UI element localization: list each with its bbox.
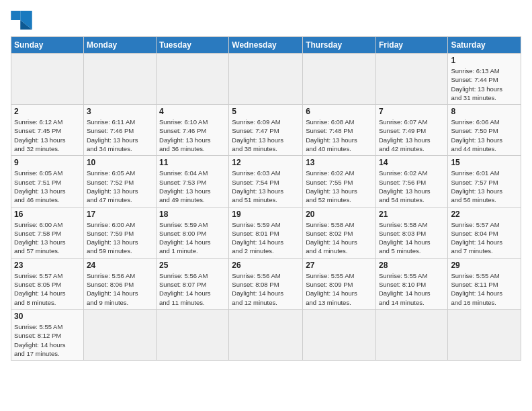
day-info: Sunrise: 5:56 AM Sunset: 8:06 PM Dayligh… — [87, 271, 153, 307]
calendar-cell: 22Sunrise: 5:57 AM Sunset: 8:04 PM Dayli… — [448, 207, 521, 258]
day-number: 28 — [379, 261, 445, 270]
day-info: Sunrise: 6:10 AM Sunset: 7:46 PM Dayligh… — [159, 118, 226, 153]
day-number: 27 — [306, 261, 373, 270]
calendar-week-row: 30Sunrise: 5:55 AM Sunset: 8:12 PM Dayli… — [11, 309, 521, 360]
calendar-cell: 18Sunrise: 5:59 AM Sunset: 8:00 PM Dayli… — [157, 207, 229, 258]
day-number: 29 — [451, 261, 518, 270]
day-of-week-header: Friday — [375, 37, 447, 54]
calendar-table: SundayMondayTuesdayWednesdayThursdayFrid… — [11, 36, 521, 361]
calendar-cell: 19Sunrise: 5:59 AM Sunset: 8:01 PM Dayli… — [229, 207, 303, 258]
calendar-cell — [448, 309, 521, 360]
day-number: 30 — [14, 312, 81, 321]
day-of-week-header: Sunday — [11, 37, 84, 54]
calendar-cell: 16Sunrise: 6:00 AM Sunset: 7:58 PM Dayli… — [11, 207, 84, 258]
day-number: 25 — [159, 261, 226, 270]
day-info: Sunrise: 5:57 AM Sunset: 8:05 PM Dayligh… — [14, 271, 81, 307]
day-info: Sunrise: 6:01 AM Sunset: 7:57 PM Dayligh… — [451, 169, 518, 204]
calendar-cell: 24Sunrise: 5:56 AM Sunset: 8:06 PM Dayli… — [83, 258, 156, 309]
calendar-cell — [83, 309, 156, 360]
day-info: Sunrise: 6:02 AM Sunset: 7:56 PM Dayligh… — [379, 169, 445, 204]
calendar-week-row: 2Sunrise: 6:12 AM Sunset: 7:45 PM Daylig… — [11, 105, 521, 156]
day-number: 24 — [87, 261, 153, 270]
calendar-cell: 8Sunrise: 6:06 AM Sunset: 7:50 PM Daylig… — [448, 105, 521, 156]
calendar-cell — [11, 54, 84, 105]
calendar-cell: 17Sunrise: 6:00 AM Sunset: 7:59 PM Dayli… — [83, 207, 156, 258]
day-info: Sunrise: 6:08 AM Sunset: 7:48 PM Dayligh… — [306, 118, 373, 153]
day-info: Sunrise: 5:58 AM Sunset: 8:03 PM Dayligh… — [379, 220, 445, 256]
day-number: 19 — [232, 210, 300, 219]
day-info: Sunrise: 6:05 AM Sunset: 7:51 PM Dayligh… — [14, 169, 81, 204]
day-number: 26 — [232, 261, 300, 270]
calendar-cell — [375, 54, 447, 105]
calendar-week-row: 16Sunrise: 6:00 AM Sunset: 7:58 PM Dayli… — [11, 207, 521, 258]
day-info: Sunrise: 6:06 AM Sunset: 7:50 PM Dayligh… — [451, 118, 518, 153]
calendar-cell: 27Sunrise: 5:55 AM Sunset: 8:09 PM Dayli… — [303, 258, 376, 309]
day-info: Sunrise: 5:57 AM Sunset: 8:04 PM Dayligh… — [451, 220, 518, 256]
calendar-cell: 30Sunrise: 5:55 AM Sunset: 8:12 PM Dayli… — [11, 309, 84, 360]
day-of-week-header: Saturday — [448, 37, 521, 54]
calendar-cell — [303, 54, 376, 105]
day-number: 23 — [14, 261, 81, 270]
calendar-cell — [157, 54, 229, 105]
day-info: Sunrise: 5:55 AM Sunset: 8:11 PM Dayligh… — [451, 271, 518, 307]
day-number: 15 — [451, 158, 518, 167]
calendar-cell — [83, 54, 156, 105]
day-number: 7 — [379, 107, 445, 116]
day-number: 18 — [159, 210, 226, 219]
calendar-week-row: 23Sunrise: 5:57 AM Sunset: 8:05 PM Dayli… — [11, 258, 521, 309]
calendar-cell: 14Sunrise: 6:02 AM Sunset: 7:56 PM Dayli… — [375, 156, 447, 207]
day-info: Sunrise: 5:59 AM Sunset: 8:00 PM Dayligh… — [159, 220, 226, 256]
calendar-cell — [157, 309, 229, 360]
day-of-week-header: Wednesday — [229, 37, 303, 54]
logo-icon — [11, 11, 32, 30]
day-info: Sunrise: 6:07 AM Sunset: 7:49 PM Dayligh… — [379, 118, 445, 153]
day-info: Sunrise: 5:59 AM Sunset: 8:01 PM Dayligh… — [232, 220, 300, 256]
day-number: 10 — [87, 158, 153, 167]
day-info: Sunrise: 6:05 AM Sunset: 7:52 PM Dayligh… — [87, 169, 153, 204]
svg-rect-0 — [11, 11, 20, 20]
day-info: Sunrise: 6:13 AM Sunset: 7:44 PM Dayligh… — [451, 66, 518, 102]
day-number: 8 — [451, 107, 518, 116]
day-number: 4 — [159, 107, 226, 116]
calendar-cell: 6Sunrise: 6:08 AM Sunset: 7:48 PM Daylig… — [303, 105, 376, 156]
calendar-cell: 11Sunrise: 6:04 AM Sunset: 7:53 PM Dayli… — [157, 156, 229, 207]
calendar-cell — [375, 309, 447, 360]
day-info: Sunrise: 6:03 AM Sunset: 7:54 PM Dayligh… — [232, 169, 300, 204]
calendar-cell: 3Sunrise: 6:11 AM Sunset: 7:46 PM Daylig… — [83, 105, 156, 156]
calendar-cell: 7Sunrise: 6:07 AM Sunset: 7:49 PM Daylig… — [375, 105, 447, 156]
calendar-cell: 21Sunrise: 5:58 AM Sunset: 8:03 PM Dayli… — [375, 207, 447, 258]
calendar-cell: 4Sunrise: 6:10 AM Sunset: 7:46 PM Daylig… — [157, 105, 229, 156]
day-info: Sunrise: 6:11 AM Sunset: 7:46 PM Dayligh… — [87, 118, 153, 153]
day-number: 13 — [306, 158, 373, 167]
calendar-cell: 10Sunrise: 6:05 AM Sunset: 7:52 PM Dayli… — [83, 156, 156, 207]
day-number: 21 — [379, 210, 445, 219]
day-number: 22 — [451, 210, 518, 219]
day-number: 9 — [14, 158, 81, 167]
day-number: 3 — [87, 107, 153, 116]
calendar-body: 1Sunrise: 6:13 AM Sunset: 7:44 PM Daylig… — [11, 54, 521, 361]
calendar-cell: 28Sunrise: 5:55 AM Sunset: 8:10 PM Dayli… — [375, 258, 447, 309]
calendar-cell: 13Sunrise: 6:02 AM Sunset: 7:55 PM Dayli… — [303, 156, 376, 207]
day-info: Sunrise: 5:55 AM Sunset: 8:12 PM Dayligh… — [14, 322, 81, 358]
day-number: 6 — [306, 107, 373, 116]
calendar-header-row: SundayMondayTuesdayWednesdayThursdayFrid… — [11, 37, 521, 54]
day-info: Sunrise: 5:56 AM Sunset: 8:08 PM Dayligh… — [232, 271, 300, 307]
day-of-week-header: Tuesday — [157, 37, 229, 54]
calendar-week-row: 9Sunrise: 6:05 AM Sunset: 7:51 PM Daylig… — [11, 156, 521, 207]
calendar-cell: 29Sunrise: 5:55 AM Sunset: 8:11 PM Dayli… — [448, 258, 521, 309]
day-number: 17 — [87, 210, 153, 219]
day-info: Sunrise: 6:04 AM Sunset: 7:53 PM Dayligh… — [159, 169, 226, 204]
day-info: Sunrise: 6:09 AM Sunset: 7:47 PM Dayligh… — [232, 118, 300, 153]
day-info: Sunrise: 5:55 AM Sunset: 8:10 PM Dayligh… — [379, 271, 445, 307]
day-number: 5 — [232, 107, 300, 116]
day-info: Sunrise: 6:02 AM Sunset: 7:55 PM Dayligh… — [306, 169, 373, 204]
day-number: 14 — [379, 158, 445, 167]
day-number: 16 — [14, 210, 81, 219]
day-number: 12 — [232, 158, 300, 167]
calendar-cell: 26Sunrise: 5:56 AM Sunset: 8:08 PM Dayli… — [229, 258, 303, 309]
day-number: 2 — [14, 107, 81, 116]
calendar-cell: 2Sunrise: 6:12 AM Sunset: 7:45 PM Daylig… — [11, 105, 84, 156]
calendar-cell — [229, 309, 303, 360]
calendar-cell: 12Sunrise: 6:03 AM Sunset: 7:54 PM Dayli… — [229, 156, 303, 207]
calendar-cell: 5Sunrise: 6:09 AM Sunset: 7:47 PM Daylig… — [229, 105, 303, 156]
